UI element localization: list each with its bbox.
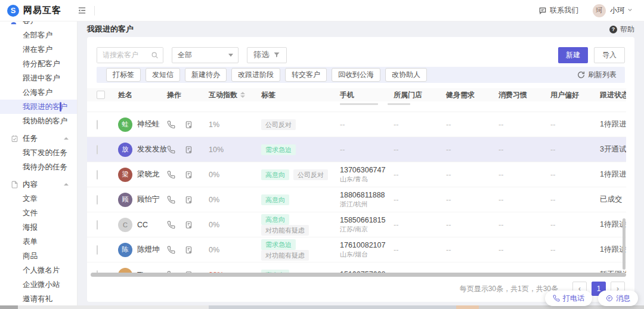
sidebar-item-10[interactable]: 我待办的任务 xyxy=(0,160,77,174)
phone-cell: 13706306747山东/青岛 xyxy=(340,166,394,183)
sidebar-section-11[interactable]: 内容 xyxy=(0,177,77,191)
batch-action-1[interactable]: 发短信 xyxy=(145,68,180,82)
collapse-caret-icon[interactable] xyxy=(64,137,69,140)
contact-us-button[interactable]: 联系我们 xyxy=(538,5,578,16)
sidebar-item-4[interactable]: 跟进中客户 xyxy=(0,71,77,85)
horizontal-scrollbar[interactable] xyxy=(91,273,626,277)
sidebar-item-12[interactable]: 文章 xyxy=(0,191,77,206)
sidebar-item-14[interactable]: 海报 xyxy=(0,220,77,234)
refresh-list-button[interactable]: 刷新列表 xyxy=(577,70,620,80)
sidebar-item-13[interactable]: 文件 xyxy=(0,206,77,220)
batch-action-4[interactable]: 转交客户 xyxy=(285,68,327,82)
sidebar-item-9[interactable]: 我下发的任务 xyxy=(0,146,77,160)
row-checkbox[interactable] xyxy=(97,170,98,180)
call-icon[interactable] xyxy=(167,171,175,179)
sidebar-item-17[interactable]: 个人微名片 xyxy=(0,263,77,277)
consume-habit-cell: -- xyxy=(499,246,550,254)
call-icon[interactable] xyxy=(167,146,175,154)
sidebar-item-3[interactable]: 待分配客户 xyxy=(0,57,77,71)
column-header-6: 健身需求 xyxy=(446,90,499,100)
sidebar-item-label: 跟进中客户 xyxy=(23,73,60,84)
sidebar-item-label: 文章 xyxy=(23,194,38,204)
new-customer-button[interactable]: 新建 xyxy=(558,47,588,63)
sidebar-item-7[interactable]: 我协助的客户 xyxy=(0,114,77,128)
table-row[interactable]: 陈陈燈坤0%需求急迫对功能有疑虑17610082107山东/烟台--------… xyxy=(87,237,626,262)
call-icon[interactable] xyxy=(167,196,175,204)
sliver-segment xyxy=(0,305,18,309)
batch-action-0[interactable]: 打标签 xyxy=(106,68,141,82)
sidebar-item-2[interactable]: 潜在客户 xyxy=(0,42,77,57)
sort-icon[interactable] xyxy=(240,92,245,98)
sidebar-item-1[interactable]: 全部客户 xyxy=(0,28,77,42)
column-header-label: 手机 xyxy=(340,90,354,100)
phone-region: 江苏/南京 xyxy=(340,225,394,233)
sidebar-section-8[interactable]: 任务 xyxy=(0,131,77,146)
sliver-segment xyxy=(456,305,479,309)
call-icon[interactable] xyxy=(167,120,175,129)
table-row[interactable]: 顾顾怡宁0%高意向18806811888浙江/杭州--------已成交 xyxy=(87,187,626,212)
table-row[interactable]: 放发发发放10%需求急迫----------3开通试用 xyxy=(87,137,626,162)
sidebar-item-19[interactable]: 邀请有礼 xyxy=(0,292,77,305)
add-record-icon[interactable] xyxy=(185,146,193,154)
sidebar-item-18[interactable]: 企业微小站 xyxy=(0,277,77,292)
row-checkbox[interactable] xyxy=(97,220,98,230)
column-header-label: 健身需求 xyxy=(446,90,475,100)
refresh-label: 刷新列表 xyxy=(588,70,617,80)
customer-name: CC xyxy=(137,221,148,229)
batch-action-3[interactable]: 改跟进阶段 xyxy=(231,68,280,82)
sidebar-item-15[interactable]: 表单 xyxy=(0,234,77,249)
floating-actions: 打电话 消息 xyxy=(539,291,638,306)
call-icon[interactable] xyxy=(167,246,175,254)
customer-type-select[interactable]: 全部 xyxy=(172,47,239,63)
filter-button[interactable]: 筛选 xyxy=(247,47,287,63)
collapse-caret-icon[interactable] xyxy=(64,183,69,186)
table-row[interactable]: TTiger98%高意向15102757668暂不跟进 xyxy=(87,262,626,273)
user-avatar[interactable]: 珂 xyxy=(593,4,606,17)
consume-habit-cell: -- xyxy=(499,120,550,129)
batch-action-5[interactable]: 回收到公海 xyxy=(332,68,380,82)
sidebar-section-0[interactable]: 客户 xyxy=(0,21,77,28)
message-fab-button[interactable]: 消息 xyxy=(598,291,638,306)
user-preference-cell: -- xyxy=(550,120,600,129)
row-checkbox[interactable] xyxy=(97,245,98,255)
row-checkbox[interactable] xyxy=(97,145,98,154)
add-record-icon[interactable] xyxy=(185,120,193,129)
customer-name-cell: 蛙神经蛙 xyxy=(118,118,167,132)
help-button[interactable]: ? 帮助 xyxy=(609,24,634,35)
phone-number: 18806811888 xyxy=(340,191,394,200)
sidebar-item-label: 待分配客户 xyxy=(23,59,60,69)
column-header-label: 消费习惯 xyxy=(499,90,527,100)
call-fab-button[interactable]: 打电话 xyxy=(545,291,592,306)
import-button[interactable]: 导入 xyxy=(594,47,625,63)
app-window: S 网易互客 联系我们 珂 小珂 客户全部客户潜在客户待分配客户跟进中客户公海客… xyxy=(0,0,644,309)
table-row[interactable]: 蛙神经蛙1%公司反对----------1待跟进 xyxy=(87,112,626,137)
user-menu-chevron-icon[interactable] xyxy=(627,7,633,15)
sliver-segment xyxy=(209,305,456,309)
add-record-icon[interactable] xyxy=(185,171,193,179)
add-record-icon[interactable] xyxy=(185,221,193,229)
customer-avatar: 梁 xyxy=(118,168,132,182)
sidebar-fold-icon[interactable] xyxy=(78,6,86,15)
sidebar-item-6[interactable]: 我跟进的客户 xyxy=(0,100,77,114)
vertical-scrollbar[interactable] xyxy=(623,218,626,270)
customer-avatar: 放 xyxy=(118,143,132,157)
search-icon[interactable] xyxy=(151,51,159,61)
row-checkbox[interactable] xyxy=(97,120,98,129)
table-row[interactable]: CCC0%高意向对功能有疑虑15850661815江苏/南京--------1待… xyxy=(87,212,626,237)
column-header-0: 姓名 xyxy=(118,90,167,100)
customer-name-cell: 顾顾怡宁 xyxy=(118,193,167,207)
row-checkbox[interactable] xyxy=(97,195,98,205)
select-all-checkbox[interactable] xyxy=(97,91,105,99)
add-record-icon[interactable] xyxy=(185,246,193,254)
column-header-label: 跟进状态 xyxy=(600,90,626,100)
batch-action-2[interactable]: 新建待办 xyxy=(185,68,227,82)
table-row[interactable]: 梁梁晓龙0%高意向公司反对13706306747山东/青岛--------1待跟… xyxy=(87,162,626,187)
sidebar-item-5[interactable]: 公海客户 xyxy=(0,85,77,100)
add-record-icon[interactable] xyxy=(185,196,193,204)
call-icon[interactable] xyxy=(167,221,175,229)
chevron-down-icon xyxy=(228,54,233,57)
row-actions-cell xyxy=(167,171,209,179)
user-preference-cell: -- xyxy=(550,221,600,229)
sidebar-item-16[interactable]: 商品 xyxy=(0,249,77,263)
batch-action-6[interactable]: 改协助人 xyxy=(385,68,427,82)
